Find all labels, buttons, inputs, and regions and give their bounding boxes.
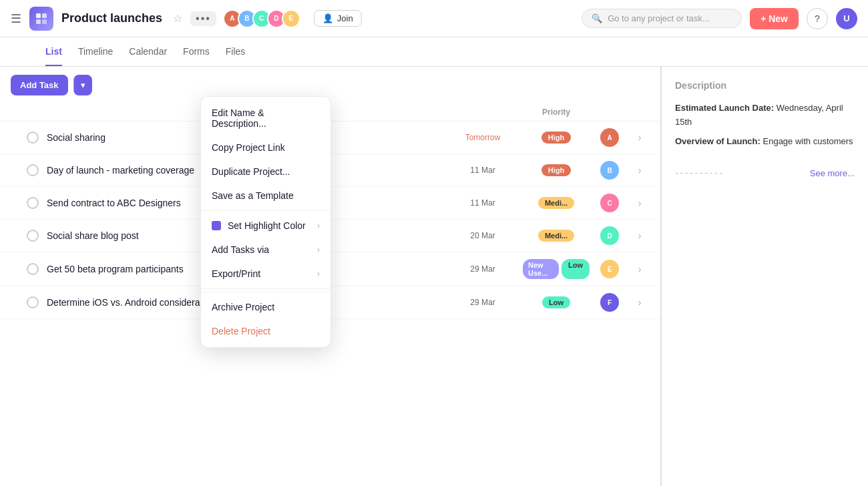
topbar: ☰ Product launches ☆ ••• A B C D E 👤 Joi… (0, 0, 868, 37)
team-avatars: A B C D E (227, 9, 300, 28)
task-assignee: A (590, 128, 630, 147)
task-more-icon[interactable]: › (630, 165, 650, 176)
task-checkbox[interactable] (27, 296, 39, 308)
highlight-square-icon (212, 221, 221, 230)
task-assignee: B (590, 161, 630, 180)
avatar-5: E (282, 9, 300, 28)
description-title: Description (675, 80, 855, 91)
task-date: 29 Mar (443, 298, 523, 307)
menu-item-copy-project-link[interactable]: Copy Project Link (201, 136, 331, 160)
user-avatar[interactable]: U (836, 8, 857, 29)
priority-badge: Low (562, 259, 590, 279)
join-icon: 👤 (322, 13, 333, 23)
menu-item-left: Save as a Template (212, 190, 294, 201)
assignee-avatar: D (600, 226, 619, 245)
task-priority: Medi... (523, 230, 590, 242)
menu-item-left: Add Tasks via (212, 244, 269, 255)
submenu-arrow-icon: › (317, 245, 320, 254)
assignee-avatar: C (600, 194, 619, 212)
task-checkbox[interactable] (27, 164, 39, 176)
main-area: Add Task ▾ Priority Social sharing Tomor… (0, 67, 868, 486)
svg-rect-2 (36, 19, 41, 24)
star-icon[interactable]: ☆ (173, 12, 182, 25)
menu-divider (201, 292, 331, 292)
task-priority: Low (523, 296, 590, 308)
task-priority: High (523, 132, 590, 144)
assignee-avatar: A (600, 128, 619, 147)
priority-badge: High (541, 132, 571, 144)
task-date: 20 Mar (443, 231, 523, 240)
svg-rect-3 (42, 19, 47, 24)
task-checkbox[interactable] (27, 230, 39, 242)
see-more-link[interactable]: See more... (810, 168, 855, 178)
menu-item-duplicate-project[interactable]: Duplicate Project... (201, 160, 331, 184)
task-more-icon[interactable]: › (630, 230, 650, 241)
priority-badge: Low (542, 296, 570, 308)
assignee-avatar: B (600, 161, 619, 180)
join-button[interactable]: 👤 Join (314, 10, 362, 27)
search-bar[interactable]: 🔍 Go to any project or task... (582, 9, 742, 28)
task-more-icon[interactable]: › (630, 132, 650, 143)
menu-item-label: Export/Print (212, 268, 260, 279)
menu-item-label: Add Tasks via (212, 244, 269, 255)
add-task-button[interactable]: Add Task (11, 75, 68, 95)
help-button[interactable]: ? (807, 8, 828, 29)
app-logo (29, 7, 53, 31)
new-button[interactable]: + New (750, 8, 799, 29)
menu-item-label: Copy Project Link (212, 142, 285, 153)
description-panel: Description Estimated Launch Date: Wedne… (661, 67, 868, 486)
menu-item-exportprint[interactable]: Export/Print › (201, 262, 331, 286)
tab-list[interactable]: List (45, 38, 62, 66)
submenu-arrow-icon: › (317, 269, 320, 278)
menu-item-archive-project[interactable]: Archive Project (201, 295, 331, 319)
tab-calendar[interactable]: Calendar (129, 38, 167, 66)
task-assignee: C (590, 194, 630, 212)
topbar-right: 🔍 Go to any project or task... + New ? U (582, 8, 857, 29)
nav-tabs: List Timeline Calendar Forms Files (0, 37, 868, 67)
assignee-avatar: F (600, 293, 619, 312)
add-task-dropdown[interactable]: ▾ (73, 75, 92, 95)
priority-badge: High (541, 164, 571, 176)
menu-icon[interactable]: ☰ (11, 11, 21, 26)
task-priority: Medi... (523, 197, 590, 209)
task-priority: New Use...Low (523, 259, 590, 279)
task-more-icon[interactable]: › (630, 264, 650, 274)
menu-item-left: Export/Print (212, 268, 260, 279)
task-date: 29 Mar (443, 264, 523, 274)
estimated-launch-label: Estimated Launch Date: (675, 103, 774, 113)
submenu-arrow-icon: › (317, 221, 320, 230)
svg-rect-0 (36, 13, 41, 18)
task-date: 11 Mar (443, 166, 523, 175)
description-content: Estimated Launch Date: Wednesday, April … (675, 101, 855, 148)
menu-item-set-highlight-color[interactable]: Set Highlight Color › (201, 214, 331, 238)
menu-item-left: Delete Project (212, 326, 270, 336)
menu-item-label: Delete Project (212, 326, 270, 336)
priority-badge: Medi... (538, 230, 574, 242)
tab-files[interactable]: Files (226, 38, 246, 66)
menu-item-delete-project[interactable]: Delete Project (201, 319, 331, 343)
task-assignee: E (590, 260, 630, 278)
menu-item-left: Edit Name & Description... (212, 107, 320, 129)
task-more-icon[interactable]: › (630, 198, 650, 208)
tag-badge: New Use... (523, 259, 559, 279)
priority-badge: Medi... (538, 197, 574, 209)
svg-rect-1 (42, 13, 47, 18)
menu-item-edit-name--description[interactable]: Edit Name & Description... (201, 101, 331, 136)
task-more-icon[interactable]: › (630, 297, 650, 308)
project-title: Product launches (61, 11, 162, 25)
more-options-icon[interactable]: ••• (190, 11, 216, 26)
menu-divider (201, 288, 331, 289)
menu-item-label: Duplicate Project... (212, 166, 290, 177)
menu-item-save-as-a-template[interactable]: Save as a Template (201, 184, 331, 208)
col-priority: Priority (523, 107, 590, 117)
task-assignee: F (590, 293, 630, 312)
menu-item-label: Archive Project (212, 302, 274, 312)
task-checkbox[interactable] (27, 132, 39, 144)
description-divider: ---------- (675, 167, 724, 179)
task-priority: High (523, 164, 590, 176)
tab-forms[interactable]: Forms (183, 38, 210, 66)
menu-item-add-tasks-via[interactable]: Add Tasks via › (201, 238, 331, 262)
task-checkbox[interactable] (27, 197, 39, 209)
task-checkbox[interactable] (27, 263, 39, 275)
tab-timeline[interactable]: Timeline (78, 38, 113, 66)
